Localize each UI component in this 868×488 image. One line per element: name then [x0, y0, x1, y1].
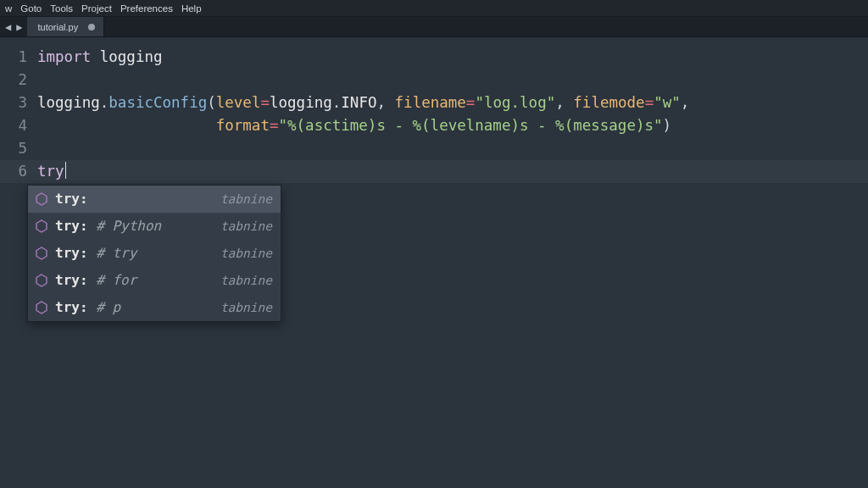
editor[interactable]: 1 2 3 4 5 6 import logging logging.basic…	[0, 37, 868, 488]
autocomplete-item[interactable]: try: tabnine	[28, 186, 281, 213]
nav-forward-icon[interactable]: ▶	[14, 21, 24, 33]
menu-item[interactable]: Tools	[50, 3, 73, 14]
code-line	[37, 137, 868, 160]
suggestion-label: try: # for	[55, 274, 214, 287]
dirty-indicator-icon	[88, 24, 95, 30]
autocomplete-item[interactable]: try: # p tabnine	[28, 294, 281, 321]
code-line: import logging	[37, 46, 868, 69]
suggestion-source: tabnine	[220, 274, 272, 287]
suggestion-icon	[35, 247, 48, 260]
text-cursor	[65, 162, 67, 179]
suggestion-icon	[35, 219, 48, 233]
menu-item[interactable]: Goto	[20, 3, 42, 14]
menu-item[interactable]: Project	[81, 3, 112, 14]
suggestion-label: try: # try	[55, 247, 214, 260]
suggestion-source: tabnine	[220, 220, 272, 233]
suggestion-icon	[35, 192, 48, 206]
suggestion-source: tabnine	[220, 247, 272, 260]
code-line	[37, 69, 868, 92]
code-line: format="%(asctime)s - %(levelname)s - %(…	[37, 114, 868, 137]
suggestion-icon	[35, 274, 48, 287]
autocomplete-item[interactable]: try: # Python tabnine	[28, 213, 281, 240]
code-line: logging.basicConfig(level=logging.INFO, …	[37, 92, 868, 114]
file-tab[interactable]: tutorial.py	[27, 17, 104, 36]
suggestion-label: try: # p	[55, 301, 214, 314]
menu-item[interactable]: Help	[181, 3, 202, 14]
suggestion-source: tabnine	[220, 193, 272, 206]
toolbar: ◀ ▶ tutorial.py	[0, 17, 868, 37]
tab-title: tutorial.py	[37, 22, 78, 32]
autocomplete-item[interactable]: try: # for tabnine	[28, 267, 281, 294]
nav-back-icon[interactable]: ◀	[3, 21, 13, 33]
menu-item[interactable]: Preferences	[120, 3, 173, 14]
suggestion-label: try:	[55, 192, 214, 206]
nav-arrows: ◀ ▶	[0, 17, 27, 36]
suggestion-source: tabnine	[220, 302, 272, 314]
autocomplete-popup[interactable]: try: tabnine try: # Python tabnine try: …	[27, 185, 281, 322]
suggestion-icon	[35, 301, 48, 314]
menu-item[interactable]: w	[5, 3, 12, 14]
code-line: try	[37, 160, 868, 183]
menubar[interactable]: w Goto Tools Project Preferences Help	[0, 0, 868, 17]
suggestion-label: try: # Python	[55, 219, 214, 233]
autocomplete-item[interactable]: try: # try tabnine	[28, 240, 281, 267]
